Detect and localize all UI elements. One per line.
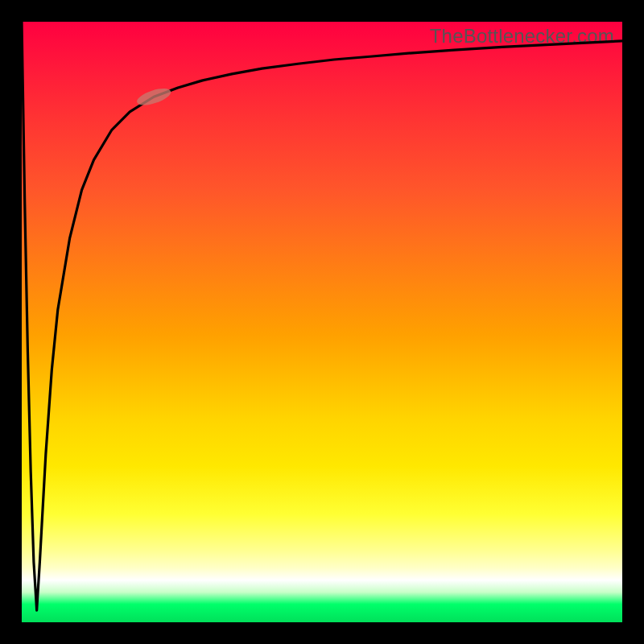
svg-point-0: [135, 85, 173, 109]
plot-area: TheBottlenecker.com: [22, 22, 622, 622]
curve-marker: [135, 85, 173, 109]
bottleneck-curve: [22, 22, 622, 610]
chart-frame: TheBottlenecker.com: [0, 0, 644, 644]
attribution-label: TheBottlenecker.com: [430, 25, 614, 47]
curve-layer: [22, 22, 622, 622]
